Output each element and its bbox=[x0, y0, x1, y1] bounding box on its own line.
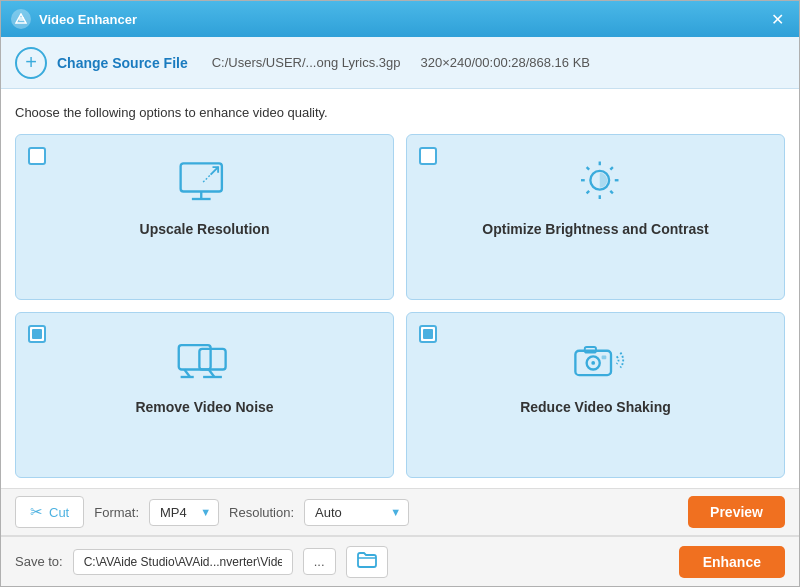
preview-button[interactable]: Preview bbox=[688, 496, 785, 528]
open-folder-button[interactable] bbox=[346, 546, 388, 578]
option-stabilize: Reduce Video Shaking bbox=[406, 312, 785, 478]
main-window: Video Enhancer ✕ + Change Source File C:… bbox=[0, 0, 800, 587]
brightness-label: Optimize Brightness and Contrast bbox=[482, 221, 708, 237]
option-brightness: Optimize Brightness and Contrast bbox=[406, 134, 785, 300]
svg-line-13 bbox=[610, 191, 613, 194]
resolution-label: Resolution: bbox=[229, 505, 294, 520]
upscale-label: Upscale Resolution bbox=[140, 221, 270, 237]
option-denoise: Remove Video Noise bbox=[15, 312, 394, 478]
svg-point-25 bbox=[591, 361, 595, 365]
options-grid: Upscale Resolution bbox=[15, 134, 785, 478]
brightness-icon bbox=[564, 157, 628, 211]
status-bar: Save to: ... Enhance bbox=[1, 536, 799, 586]
change-source-label[interactable]: Change Source File bbox=[57, 55, 188, 71]
main-content: Choose the following options to enhance … bbox=[1, 89, 799, 488]
scissors-icon: ✂ bbox=[30, 503, 43, 521]
svg-line-6 bbox=[203, 175, 211, 183]
window-title: Video Enhancer bbox=[39, 12, 765, 27]
instruction-text: Choose the following options to enhance … bbox=[15, 105, 785, 120]
format-select-wrapper: MP4 AVI MOV MKV ▼ bbox=[149, 499, 219, 526]
denoise-checkbox[interactable] bbox=[28, 325, 46, 343]
camera-shake-icon bbox=[564, 335, 628, 389]
svg-rect-1 bbox=[19, 17, 24, 21]
video-noise-icon bbox=[173, 335, 237, 389]
svg-line-5 bbox=[210, 167, 218, 175]
save-path-input[interactable] bbox=[73, 549, 293, 575]
source-file-info: 320×240/00:00:28/868.16 KB bbox=[421, 55, 591, 70]
svg-rect-26 bbox=[601, 355, 606, 359]
toolbar: ✂ Cut Format: MP4 AVI MOV MKV ▼ Resoluti… bbox=[1, 488, 799, 536]
format-label: Format: bbox=[94, 505, 139, 520]
brightness-checkbox[interactable] bbox=[419, 147, 437, 165]
browse-dots-button[interactable]: ... bbox=[303, 548, 336, 575]
source-file-path: C:/Users/USER/...ong Lyrics.3gp bbox=[212, 55, 401, 70]
svg-line-15 bbox=[586, 191, 589, 194]
monitor-upscale-icon bbox=[173, 157, 237, 211]
resolution-select[interactable]: Auto 320x240 640x480 1280x720 1920x1080 bbox=[304, 499, 409, 526]
resolution-select-wrapper: Auto 320x240 640x480 1280x720 1920x1080 … bbox=[304, 499, 409, 526]
svg-line-12 bbox=[586, 167, 589, 170]
app-icon bbox=[11, 9, 31, 29]
stabilize-checkbox[interactable] bbox=[419, 325, 437, 343]
format-select[interactable]: MP4 AVI MOV MKV bbox=[149, 499, 219, 526]
cut-button[interactable]: ✂ Cut bbox=[15, 496, 84, 528]
close-button[interactable]: ✕ bbox=[765, 7, 789, 31]
source-bar: + Change Source File C:/Users/USER/...on… bbox=[1, 37, 799, 89]
svg-rect-17 bbox=[199, 349, 225, 370]
option-upscale: Upscale Resolution bbox=[15, 134, 394, 300]
save-to-label: Save to: bbox=[15, 554, 63, 569]
title-bar: Video Enhancer ✕ bbox=[1, 1, 799, 37]
svg-line-14 bbox=[610, 167, 613, 170]
add-source-button[interactable]: + bbox=[15, 47, 47, 79]
denoise-label: Remove Video Noise bbox=[135, 399, 273, 415]
upscale-checkbox[interactable] bbox=[28, 147, 46, 165]
stabilize-label: Reduce Video Shaking bbox=[520, 399, 671, 415]
enhance-button[interactable]: Enhance bbox=[679, 546, 785, 578]
